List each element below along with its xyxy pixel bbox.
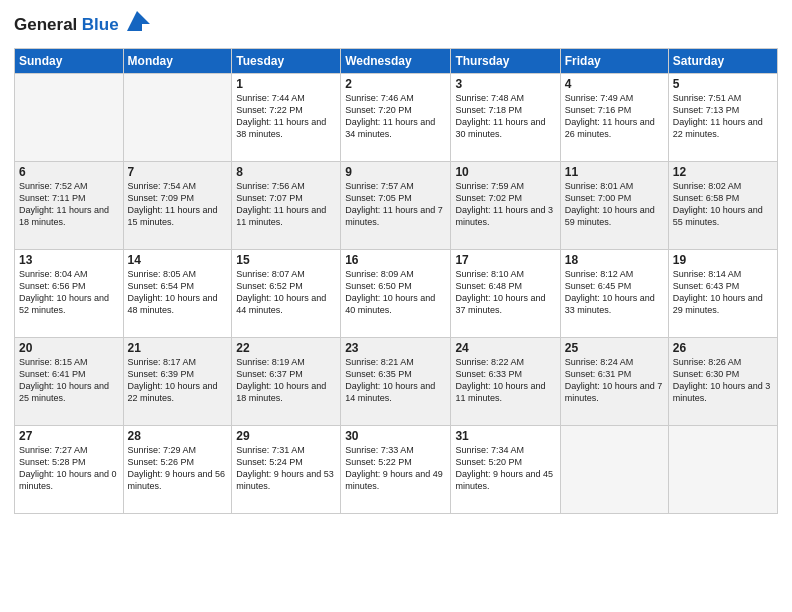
day-detail: Sunrise: 7:54 AMSunset: 7:09 PMDaylight:… <box>128 180 228 229</box>
svg-marker-0 <box>127 11 150 31</box>
day-cell: 9Sunrise: 7:57 AMSunset: 7:05 PMDaylight… <box>341 162 451 250</box>
day-number: 25 <box>565 341 664 355</box>
day-number: 8 <box>236 165 336 179</box>
day-cell: 26Sunrise: 8:26 AMSunset: 6:30 PMDayligh… <box>668 338 777 426</box>
day-number: 13 <box>19 253 119 267</box>
day-number: 23 <box>345 341 446 355</box>
day-detail: Sunrise: 7:27 AMSunset: 5:28 PMDaylight:… <box>19 444 119 493</box>
week-row-5: 27Sunrise: 7:27 AMSunset: 5:28 PMDayligh… <box>15 426 778 514</box>
day-detail: Sunrise: 8:09 AMSunset: 6:50 PMDaylight:… <box>345 268 446 317</box>
day-cell: 28Sunrise: 7:29 AMSunset: 5:26 PMDayligh… <box>123 426 232 514</box>
day-detail: Sunrise: 7:48 AMSunset: 7:18 PMDaylight:… <box>455 92 555 141</box>
day-detail: Sunrise: 8:01 AMSunset: 7:00 PMDaylight:… <box>565 180 664 229</box>
day-detail: Sunrise: 7:34 AMSunset: 5:20 PMDaylight:… <box>455 444 555 493</box>
day-detail: Sunrise: 7:57 AMSunset: 7:05 PMDaylight:… <box>345 180 446 229</box>
day-number: 11 <box>565 165 664 179</box>
day-cell: 8Sunrise: 7:56 AMSunset: 7:07 PMDaylight… <box>232 162 341 250</box>
day-detail: Sunrise: 8:14 AMSunset: 6:43 PMDaylight:… <box>673 268 773 317</box>
day-cell: 22Sunrise: 8:19 AMSunset: 6:37 PMDayligh… <box>232 338 341 426</box>
week-row-2: 6Sunrise: 7:52 AMSunset: 7:11 PMDaylight… <box>15 162 778 250</box>
day-cell: 23Sunrise: 8:21 AMSunset: 6:35 PMDayligh… <box>341 338 451 426</box>
day-detail: Sunrise: 8:10 AMSunset: 6:48 PMDaylight:… <box>455 268 555 317</box>
week-row-3: 13Sunrise: 8:04 AMSunset: 6:56 PMDayligh… <box>15 250 778 338</box>
day-number: 14 <box>128 253 228 267</box>
day-number: 16 <box>345 253 446 267</box>
day-cell: 4Sunrise: 7:49 AMSunset: 7:16 PMDaylight… <box>560 74 668 162</box>
day-cell: 5Sunrise: 7:51 AMSunset: 7:13 PMDaylight… <box>668 74 777 162</box>
col-header-sunday: Sunday <box>15 49 124 74</box>
day-number: 27 <box>19 429 119 443</box>
day-number: 28 <box>128 429 228 443</box>
day-cell: 7Sunrise: 7:54 AMSunset: 7:09 PMDaylight… <box>123 162 232 250</box>
day-cell: 21Sunrise: 8:17 AMSunset: 6:39 PMDayligh… <box>123 338 232 426</box>
day-cell: 27Sunrise: 7:27 AMSunset: 5:28 PMDayligh… <box>15 426 124 514</box>
day-cell: 14Sunrise: 8:05 AMSunset: 6:54 PMDayligh… <box>123 250 232 338</box>
day-number: 3 <box>455 77 555 91</box>
day-detail: Sunrise: 7:52 AMSunset: 7:11 PMDaylight:… <box>19 180 119 229</box>
day-cell: 3Sunrise: 7:48 AMSunset: 7:18 PMDaylight… <box>451 74 560 162</box>
col-header-friday: Friday <box>560 49 668 74</box>
logo-blue: Blue <box>82 15 119 34</box>
day-detail: Sunrise: 7:33 AMSunset: 5:22 PMDaylight:… <box>345 444 446 493</box>
day-detail: Sunrise: 7:44 AMSunset: 7:22 PMDaylight:… <box>236 92 336 141</box>
day-cell: 29Sunrise: 7:31 AMSunset: 5:24 PMDayligh… <box>232 426 341 514</box>
logo-general: General <box>14 15 77 34</box>
day-cell: 31Sunrise: 7:34 AMSunset: 5:20 PMDayligh… <box>451 426 560 514</box>
day-number: 4 <box>565 77 664 91</box>
week-row-1: 1Sunrise: 7:44 AMSunset: 7:22 PMDaylight… <box>15 74 778 162</box>
day-number: 2 <box>345 77 446 91</box>
day-number: 21 <box>128 341 228 355</box>
day-detail: Sunrise: 8:21 AMSunset: 6:35 PMDaylight:… <box>345 356 446 405</box>
day-number: 17 <box>455 253 555 267</box>
calendar-header-row: SundayMondayTuesdayWednesdayThursdayFrid… <box>15 49 778 74</box>
day-detail: Sunrise: 7:49 AMSunset: 7:16 PMDaylight:… <box>565 92 664 141</box>
day-cell: 20Sunrise: 8:15 AMSunset: 6:41 PMDayligh… <box>15 338 124 426</box>
day-cell <box>15 74 124 162</box>
week-row-4: 20Sunrise: 8:15 AMSunset: 6:41 PMDayligh… <box>15 338 778 426</box>
col-header-tuesday: Tuesday <box>232 49 341 74</box>
col-header-saturday: Saturday <box>668 49 777 74</box>
day-detail: Sunrise: 8:17 AMSunset: 6:39 PMDaylight:… <box>128 356 228 405</box>
day-number: 6 <box>19 165 119 179</box>
day-number: 29 <box>236 429 336 443</box>
day-number: 24 <box>455 341 555 355</box>
day-number: 1 <box>236 77 336 91</box>
day-detail: Sunrise: 8:22 AMSunset: 6:33 PMDaylight:… <box>455 356 555 405</box>
day-number: 7 <box>128 165 228 179</box>
day-cell: 18Sunrise: 8:12 AMSunset: 6:45 PMDayligh… <box>560 250 668 338</box>
day-detail: Sunrise: 7:51 AMSunset: 7:13 PMDaylight:… <box>673 92 773 141</box>
day-detail: Sunrise: 8:07 AMSunset: 6:52 PMDaylight:… <box>236 268 336 317</box>
calendar-container: General Blue SundayMondayTues <box>0 0 792 612</box>
col-header-monday: Monday <box>123 49 232 74</box>
day-number: 9 <box>345 165 446 179</box>
col-header-thursday: Thursday <box>451 49 560 74</box>
day-detail: Sunrise: 7:59 AMSunset: 7:02 PMDaylight:… <box>455 180 555 229</box>
day-detail: Sunrise: 8:12 AMSunset: 6:45 PMDaylight:… <box>565 268 664 317</box>
day-cell: 11Sunrise: 8:01 AMSunset: 7:00 PMDayligh… <box>560 162 668 250</box>
day-number: 18 <box>565 253 664 267</box>
day-cell: 6Sunrise: 7:52 AMSunset: 7:11 PMDaylight… <box>15 162 124 250</box>
day-detail: Sunrise: 8:15 AMSunset: 6:41 PMDaylight:… <box>19 356 119 405</box>
day-detail: Sunrise: 8:24 AMSunset: 6:31 PMDaylight:… <box>565 356 664 405</box>
col-header-wednesday: Wednesday <box>341 49 451 74</box>
day-cell: 10Sunrise: 7:59 AMSunset: 7:02 PMDayligh… <box>451 162 560 250</box>
day-number: 12 <box>673 165 773 179</box>
day-cell <box>560 426 668 514</box>
day-cell: 30Sunrise: 7:33 AMSunset: 5:22 PMDayligh… <box>341 426 451 514</box>
day-cell: 24Sunrise: 8:22 AMSunset: 6:33 PMDayligh… <box>451 338 560 426</box>
day-cell: 15Sunrise: 8:07 AMSunset: 6:52 PMDayligh… <box>232 250 341 338</box>
day-cell: 17Sunrise: 8:10 AMSunset: 6:48 PMDayligh… <box>451 250 560 338</box>
day-cell <box>668 426 777 514</box>
day-detail: Sunrise: 7:46 AMSunset: 7:20 PMDaylight:… <box>345 92 446 141</box>
day-number: 20 <box>19 341 119 355</box>
day-cell: 2Sunrise: 7:46 AMSunset: 7:20 PMDaylight… <box>341 74 451 162</box>
day-detail: Sunrise: 8:26 AMSunset: 6:30 PMDaylight:… <box>673 356 773 405</box>
day-detail: Sunrise: 8:05 AMSunset: 6:54 PMDaylight:… <box>128 268 228 317</box>
day-cell: 16Sunrise: 8:09 AMSunset: 6:50 PMDayligh… <box>341 250 451 338</box>
day-cell: 19Sunrise: 8:14 AMSunset: 6:43 PMDayligh… <box>668 250 777 338</box>
day-number: 22 <box>236 341 336 355</box>
day-number: 26 <box>673 341 773 355</box>
day-detail: Sunrise: 8:02 AMSunset: 6:58 PMDaylight:… <box>673 180 773 229</box>
logo-icon <box>122 6 152 36</box>
day-number: 31 <box>455 429 555 443</box>
